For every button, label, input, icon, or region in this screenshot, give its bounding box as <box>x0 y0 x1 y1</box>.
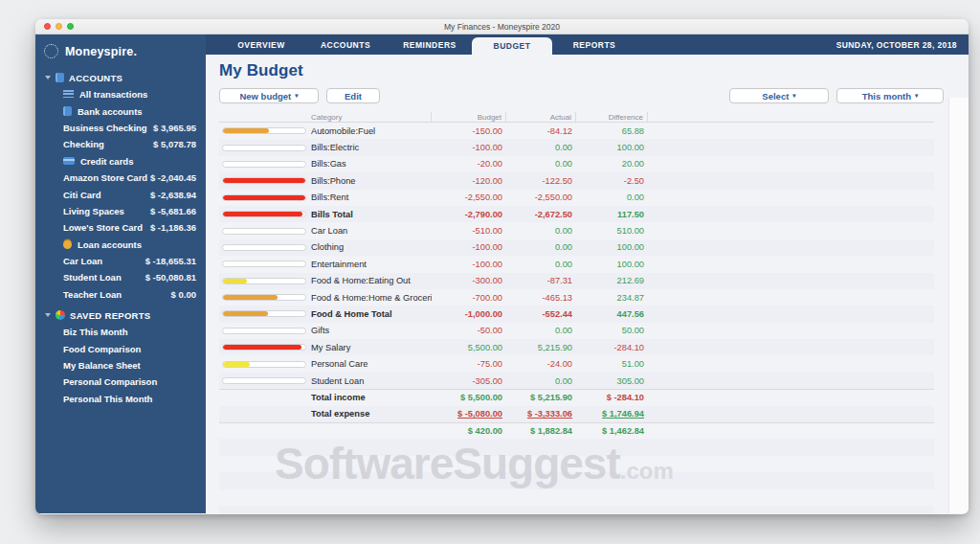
category-cell: Bills:Electric <box>311 143 432 152</box>
sidebar-item-lowe-s-store-card[interactable]: Lowe's Store Card$ -1,186.36 <box>35 219 206 236</box>
item-label: Business Checking <box>63 123 147 133</box>
budget-cell: -75.00 <box>432 359 506 369</box>
sidebar-section-saved-reports[interactable]: SAVED REPORTS <box>35 306 206 324</box>
tab-accounts[interactable]: ACCOUNTS <box>303 34 388 55</box>
scrollbar-gutter[interactable] <box>948 98 969 513</box>
budget-row[interactable]: Bills:Gas -20.00 0.00 20.00 <box>219 156 934 172</box>
budget-progress-bar <box>219 278 311 284</box>
sidebar-item-my-balance-sheet[interactable]: My Balance Sheet <box>35 357 206 374</box>
budget-row[interactable]: Automobile:Fuel -150.00 -84.12 65.88 <box>219 123 934 139</box>
difference-cell: 510.00 <box>576 226 648 236</box>
minimize-button[interactable] <box>56 23 62 30</box>
sidebar-item-loan-accounts[interactable]: Loan accounts <box>35 237 206 253</box>
budget-row[interactable]: Total expense $ -5,080.00 $ -3,333.06 $ … <box>219 406 934 422</box>
item-label: Loan accounts <box>78 239 142 250</box>
sidebar-item-bank-accounts[interactable]: Bank accounts <box>35 102 206 119</box>
budget-row[interactable]: Personal Care -75.00 -24.00 51.00 <box>219 355 934 372</box>
sidebar-item-all-transactions[interactable]: All transactions <box>35 86 206 102</box>
tab-budget[interactable]: BUDGET <box>472 37 552 55</box>
item-label: Lowe's Store Card <box>63 222 143 233</box>
budget-progress-bar <box>219 261 311 267</box>
select-button[interactable]: Select ▾ <box>729 88 829 103</box>
sidebar-item-business-checking[interactable]: Business Checking$ 3,965.95 <box>35 120 206 136</box>
close-button[interactable] <box>44 23 51 30</box>
difference-cell: 117.50 <box>576 210 648 219</box>
sidebar-item-checking[interactable]: Checking$ 5,078.78 <box>35 136 206 152</box>
actual-cell: -24.00 <box>506 359 576 369</box>
header-budget[interactable]: Budget <box>432 112 506 122</box>
sidebar-item-car-loan[interactable]: Car Loan$ -18,655.31 <box>35 253 206 269</box>
budget-row[interactable]: Bills:Rent -2,550.00 -2,550.00 0.00 <box>219 190 934 206</box>
item-label: Personal Comparison <box>63 376 157 387</box>
moneybag-icon <box>63 240 72 249</box>
sidebar-item-food-comparison[interactable]: Food Comparison <box>35 340 206 356</box>
budget-row[interactable]: Entertainment -100.00 0.00 100.00 <box>219 256 934 272</box>
category-cell: Car Loan <box>311 226 432 236</box>
window-title: My Finances - Moneyspire 2020 <box>35 22 969 32</box>
sidebar-item-biz-this-month[interactable]: Biz This Month <box>35 324 206 340</box>
item-label: Car Loan <box>63 256 102 266</box>
item-label: Citi Card <box>63 190 101 200</box>
category-cell: Bills:Phone <box>311 176 432 186</box>
header-category[interactable]: Category <box>311 112 432 122</box>
sidebar-item-credit-cards[interactable]: Credit cards <box>35 153 206 170</box>
budget-cell: -100.00 <box>432 242 506 252</box>
sidebar-section-accounts[interactable]: ACCOUNTS <box>35 69 206 86</box>
budget-row[interactable]: Total income $ 5,500.00 $ 5,215.90 $ -28… <box>219 389 934 405</box>
header-difference[interactable]: Difference <box>576 112 648 122</box>
actual-cell: -87.31 <box>506 276 576 285</box>
sidebar-item-teacher-loan[interactable]: Teacher Loan$ 0.00 <box>35 286 206 303</box>
budget-row[interactable]: $ 420.00 $ 1,882.84 $ 1,462.84 <box>219 422 934 439</box>
budget-row[interactable]: Car Loan -510.00 0.00 510.00 <box>219 222 934 238</box>
budget-row[interactable]: Food & Home:Home & Groceries -700.00 -46… <box>219 289 934 306</box>
sidebar-item-personal-this-month[interactable]: Personal This Month <box>35 391 206 407</box>
budget-row[interactable]: Food & Home:Eating Out -300.00 -87.31 21… <box>219 273 934 289</box>
sidebar-item-amazon-store-card[interactable]: Amazon Store Card$ -2,040.45 <box>35 170 206 186</box>
sidebar-item-personal-comparison[interactable]: Personal Comparison <box>35 374 206 390</box>
budget-progress-bar <box>219 194 311 201</box>
disclosure-triangle-icon[interactable] <box>45 313 51 317</box>
new-budget-button[interactable]: New budget ▾ <box>219 88 319 103</box>
budget-cell: -2,790.00 <box>432 210 506 219</box>
zoom-button[interactable] <box>67 23 74 30</box>
category-cell: Automobile:Fuel <box>311 126 432 136</box>
tab-overview[interactable]: OVERVIEW <box>219 34 303 55</box>
category-cell: Bills Total <box>311 210 432 219</box>
actual-cell: 5,215.90 <box>506 343 576 352</box>
tab-reports[interactable]: REPORTS <box>552 34 636 55</box>
budget-row[interactable]: Clothing -100.00 0.00 100.00 <box>219 239 934 256</box>
budget-row[interactable]: Bills:Phone -120.00 -122.50 -2.50 <box>219 172 934 189</box>
difference-cell: 100.00 <box>576 260 648 269</box>
category-cell: Gifts <box>311 326 432 335</box>
top-nav: OVERVIEWACCOUNTSREMINDERSBUDGETREPORTS S… <box>206 34 969 55</box>
budget-row[interactable]: Food & Home Total -1,000.00 -552.44 447.… <box>219 306 934 322</box>
sidebar-item-living-spaces[interactable]: Living Spaces$ -5,681.66 <box>35 203 206 219</box>
item-label: Living Spaces <box>63 206 124 216</box>
budget-progress-bar <box>219 145 311 151</box>
item-label: Biz This Month <box>63 327 128 337</box>
budget-row[interactable]: Bills Total -2,790.00 -2,672.50 117.50 <box>219 206 934 222</box>
budget-row[interactable]: Bills:Electric -100.00 0.00 100.00 <box>219 139 934 155</box>
budget-row[interactable]: My Salary 5,500.00 5,215.90 -284.10 <box>219 339 934 355</box>
budget-row[interactable]: Gifts -50.00 0.00 50.00 <box>219 323 934 339</box>
actual-cell: -465.13 <box>506 293 576 303</box>
sidebar-item-student-loan[interactable]: Student Loan$ -50,080.81 <box>35 269 206 285</box>
tab-reminders[interactable]: REMINDERS <box>388 34 472 55</box>
new-budget-label: New budget <box>239 91 291 102</box>
category-cell: Food & Home:Eating Out <box>311 276 432 285</box>
category-cell: Clothing <box>311 242 432 252</box>
disclosure-triangle-icon[interactable] <box>45 76 51 79</box>
header-actual[interactable]: Actual <box>506 112 576 122</box>
category-cell: Bills:Gas <box>311 159 432 169</box>
budget-cell: -100.00 <box>432 143 506 152</box>
budget-row[interactable]: Student Loan -305.00 0.00 305.00 <box>219 373 934 389</box>
category-cell: Total expense <box>311 409 432 419</box>
nav-date: SUNDAY, OCTOBER 28, 2018 <box>836 34 969 55</box>
actual-cell: -2,672.50 <box>506 210 576 219</box>
account-balance: $ -2,040.45 <box>150 172 196 183</box>
edit-button[interactable]: Edit <box>326 88 380 103</box>
sidebar-item-citi-card[interactable]: Citi Card$ -2,638.94 <box>35 186 206 202</box>
period-button[interactable]: This month ▾ <box>836 88 944 103</box>
budget-cell: -100.00 <box>432 260 506 269</box>
actual-cell: $ -3,333.06 <box>506 409 576 419</box>
